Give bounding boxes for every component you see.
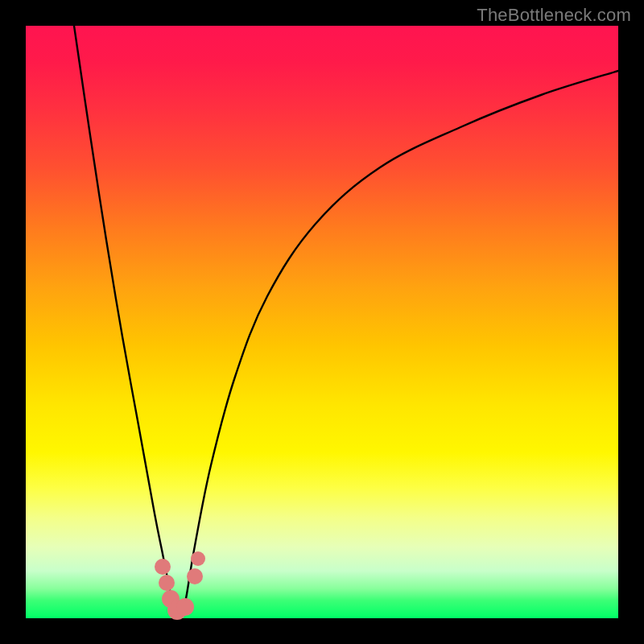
trough-marker	[176, 598, 194, 616]
trough-marker	[159, 575, 175, 591]
curve-right	[183, 71, 618, 614]
chart-svg	[26, 26, 618, 618]
trough-markers	[155, 551, 205, 620]
plot-area	[26, 26, 618, 618]
stage: TheBottleneck.com	[0, 0, 644, 644]
curve-left	[74, 26, 179, 616]
trough-marker	[155, 559, 171, 575]
trough-marker	[187, 568, 203, 584]
trough-marker	[191, 551, 205, 566]
watermark-text: TheBottleneck.com	[477, 5, 631, 26]
